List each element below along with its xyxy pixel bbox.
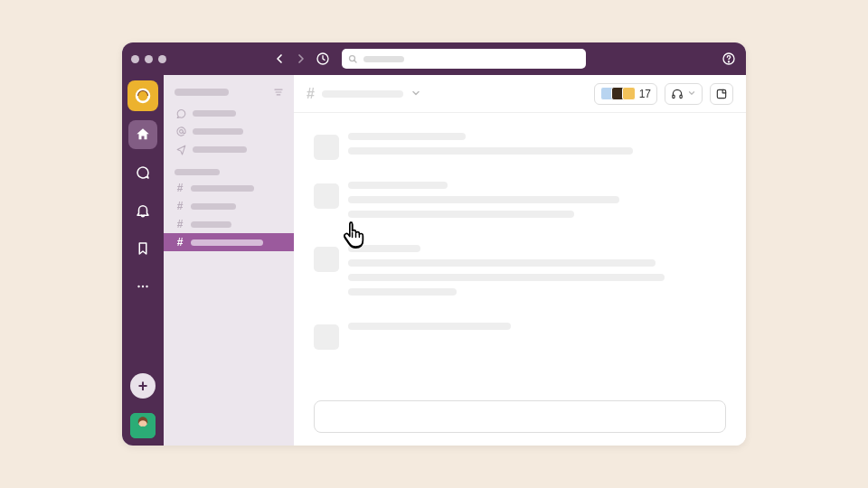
canvas-button[interactable] [710,83,733,105]
sidebar-section-channels [175,169,220,175]
hash-icon: # [175,182,185,194]
svg-rect-18 [717,89,725,98]
history-icon[interactable] [315,51,331,67]
rail-more[interactable] [128,272,157,301]
sidebar-item-label [193,110,236,117]
member-count: 17 [639,88,651,100]
huddle-button[interactable] [665,83,703,105]
message[interactable] [314,323,726,350]
nav-back-icon[interactable] [271,51,288,67]
channel-title[interactable] [322,90,403,98]
user-avatar[interactable] [130,413,156,438]
message-avatar [314,247,339,272]
channel-header: # 17 [294,75,746,113]
svg-line-2 [354,61,356,62]
mention-icon [175,125,187,137]
message-line [348,245,420,252]
channel-item[interactable]: # [164,197,294,215]
sidebar-item-label [193,146,247,153]
message-line [348,211,574,218]
main-pane: # 17 [294,75,746,446]
search-input[interactable] [342,49,586,69]
avatar-stack [600,87,636,100]
rail-activity[interactable] [128,158,157,187]
app-window: + [122,42,746,446]
chevron-down-icon [687,88,696,100]
rail-home[interactable] [128,120,157,149]
bookmark-icon [135,240,151,257]
channel-item[interactable]: # [164,215,294,233]
home-icon [135,127,151,143]
rail-bookmarks[interactable] [128,234,157,263]
window-minimize[interactable] [145,55,153,63]
svg-point-9 [146,286,147,287]
channel-name [191,221,231,228]
svg-rect-17 [680,95,682,99]
message-line [348,259,656,267]
rail-notifications[interactable] [128,196,157,225]
help-icon[interactable] [721,51,737,67]
search-placeholder [363,56,404,62]
member-count-button[interactable]: 17 [594,83,657,105]
svg-rect-16 [673,95,675,99]
message[interactable] [314,245,726,303]
message-line [348,196,619,203]
message-line [348,182,448,189]
hash-icon: # [175,236,185,249]
message-line [348,274,665,281]
message[interactable] [314,182,726,225]
nav-forward-icon[interactable] [293,51,309,67]
search-icon [347,53,358,64]
message-avatar [314,135,339,160]
message-avatar [314,324,339,350]
svg-point-15 [179,129,183,133]
channel-item[interactable]: # [164,179,294,197]
filter-icon[interactable] [272,86,285,99]
hash-icon: # [307,86,315,102]
workspace-header[interactable] [164,79,294,104]
message-line [348,288,457,296]
titlebar [122,42,746,75]
workspace-switcher[interactable] [127,80,158,111]
hash-icon: # [175,218,185,230]
message-line [348,323,511,330]
workspace-icon [133,86,153,106]
message-line [348,147,633,155]
channel-name [191,203,236,210]
message-line [348,133,466,140]
channel-item-active[interactable]: # [164,233,294,251]
sidebar-item-label [193,128,243,135]
nav-rail: + [122,75,164,446]
window-controls [131,55,166,63]
ellipsis-icon [135,278,151,295]
sidebar-item-drafts[interactable] [164,140,294,158]
channel-sidebar: # # # # [164,75,294,446]
canvas-icon [715,88,728,100]
svg-point-7 [137,286,139,287]
chat-icon [135,164,151,181]
sidebar-item-mentions[interactable] [164,122,294,140]
sent-icon [175,143,187,155]
window-close[interactable] [131,55,139,63]
window-zoom[interactable] [158,55,166,63]
message[interactable] [314,133,726,162]
avatar-icon [130,413,156,438]
message-avatar [314,183,339,209]
message-composer[interactable] [314,400,726,433]
chevron-down-icon[interactable] [410,86,421,102]
svg-point-4 [728,61,729,62]
channel-name [191,239,263,246]
add-workspace-button[interactable]: + [130,373,156,399]
thread-icon [175,107,187,119]
channel-name [191,185,254,192]
hash-icon: # [175,200,185,212]
bell-icon [135,202,151,219]
message-list [294,113,746,400]
plus-icon: + [138,377,148,396]
sidebar-item-threads[interactable] [164,104,294,122]
workspace-name [175,89,229,96]
headphones-icon [671,88,684,100]
svg-point-8 [142,286,144,287]
